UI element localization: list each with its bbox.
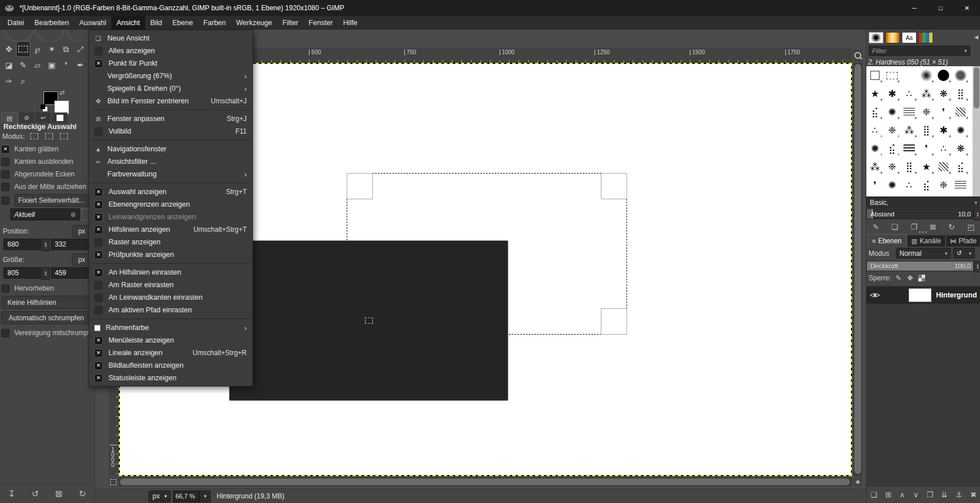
- zoom-select-button[interactable]: ▾: [199, 490, 211, 502]
- brush-cell-5[interactable]: +: [952, 66, 969, 84]
- raise-layer-button[interactable]: ∧: [899, 490, 905, 499]
- menu-item-bildlaufleisten-anzeigen[interactable]: ✕Bildlaufleisten anzeigen: [89, 359, 252, 372]
- brush-cell-13[interactable]: ✺+: [883, 103, 901, 121]
- merge-down-button[interactable]: ⇊: [941, 490, 947, 499]
- delete-layer-button[interactable]: ✖: [970, 490, 977, 499]
- menu-item-punkt-für-punkt[interactable]: ✕Punkt für Punkt: [89, 57, 252, 70]
- menu-item-raster-anzeigen[interactable]: Raster anzeigen: [89, 236, 252, 248]
- layer-mode-switch-button[interactable]: ↺ ▾: [953, 248, 975, 259]
- zoom-follow-window-button[interactable]: [853, 49, 862, 62]
- anchor-layer-button[interactable]: ⚓: [955, 490, 962, 499]
- brush-cell-31[interactable]: ❈+: [883, 158, 901, 176]
- menu-ansicht[interactable]: Ansicht: [111, 16, 145, 30]
- zoom-entry[interactable]: 66,7 %: [173, 490, 199, 502]
- duplicate-layer-button[interactable]: ❐: [926, 490, 933, 499]
- tab-images[interactable]: [52, 112, 67, 123]
- minimize-button[interactable]: ─: [901, 0, 927, 16]
- brush-cell-8[interactable]: ∴+: [901, 84, 918, 103]
- brush-cell-17[interactable]: +: [952, 103, 969, 121]
- menu-item-statusleiste-anzeigen[interactable]: ✕Statusleiste anzeigen: [89, 372, 252, 384]
- tab-fonts[interactable]: Aa: [902, 32, 917, 43]
- clone-tool[interactable]: ▣: [45, 57, 59, 73]
- visibility-eye-icon[interactable]: [870, 292, 880, 299]
- default-colors-icon[interactable]: [41, 104, 45, 109]
- layer-thumbnail[interactable]: [909, 288, 931, 302]
- position-y-input[interactable]: 332: [51, 239, 91, 250]
- opacity-spinner[interactable]: ▲▼: [974, 261, 980, 272]
- menu-item-ansichtsfilter[interactable]: ∞Ansichtsfilter ...: [89, 155, 252, 168]
- tab-brushes[interactable]: [869, 32, 883, 43]
- menu-item-alles-anzeigen[interactable]: Alles anzeigen: [89, 45, 252, 57]
- menu-item-ebenengrenzen-anzeigen[interactable]: ✕Ebenengrenzen anzeigen: [89, 198, 252, 211]
- menu-ebene[interactable]: Ebene: [167, 16, 198, 30]
- brush-cell-41[interactable]: [952, 176, 969, 194]
- move-tool[interactable]: ✥: [2, 41, 16, 57]
- lock-position-icon[interactable]: ✥: [907, 274, 913, 282]
- color-picker-tool[interactable]: ✑: [2, 73, 16, 89]
- menu-item-auswahl-anzeigen[interactable]: ✕Auswahl anzeigenStrg+T: [89, 186, 252, 198]
- brush-cell-15[interactable]: ❈+: [918, 103, 935, 121]
- brush-cell-14[interactable]: +: [901, 103, 918, 121]
- tab-gradients[interactable]: [885, 32, 900, 43]
- brush-filter-input[interactable]: Filter ▾: [869, 46, 970, 56]
- brush-cell-16[interactable]: ❜+: [935, 103, 952, 121]
- fixed-checkbox[interactable]: [1, 196, 10, 205]
- option-kanten-ausblenden[interactable]: Kanten ausblenden: [0, 155, 93, 168]
- brush-set-dropdown[interactable]: Basic, ▾: [866, 197, 980, 208]
- brush-cell-18[interactable]: ∴+: [866, 121, 883, 139]
- menu-farben[interactable]: Farben: [198, 16, 231, 30]
- menu-item-navigationsfenster[interactable]: ▲Navigationsfenster: [89, 143, 252, 155]
- eraser-tool[interactable]: ▱: [30, 57, 45, 73]
- menu-item-lineale-anzeigen[interactable]: ✕Lineale anzeigenUmschalt+Strg+R: [89, 347, 252, 359]
- size-width-spinner[interactable]: ▲▼: [42, 267, 50, 280]
- spacing-spinner[interactable]: ▲▼: [974, 208, 980, 220]
- brush-cell-22[interactable]: ✱+: [935, 121, 952, 139]
- mode-add-button[interactable]: [28, 131, 41, 141]
- tab-kanäle[interactable]: ▥Kanäle: [907, 235, 945, 247]
- brush-cell-23[interactable]: ✺+: [952, 121, 969, 139]
- horizontal-scrollbar[interactable]: [119, 477, 852, 486]
- menu-item-neue-ansicht[interactable]: ❏Neue Ansicht: [89, 32, 252, 45]
- fixed-aspect-button[interactable]: Fixiert Seitenverhält...: [14, 194, 90, 207]
- brush-cell-30[interactable]: ⁂+: [866, 158, 883, 176]
- brush-cell-26[interactable]: +: [901, 139, 918, 158]
- menu-item-farbverwaltung[interactable]: Farbverwaltung›: [89, 168, 252, 180]
- fuzzy-select-tool[interactable]: ✶: [45, 41, 59, 57]
- menu-filter[interactable]: Filter: [278, 16, 304, 30]
- layer-row[interactable]: Hintergrund: [866, 287, 980, 304]
- auto-shrink-button[interactable]: Automatisch schrumpfen: [1, 311, 91, 324]
- brush-cell-37[interactable]: ✺: [883, 176, 901, 194]
- brush-cell-40[interactable]: ❈: [935, 176, 952, 194]
- menu-item-hilfslinien-anzeigen[interactable]: ✕Hilfslinien anzeigenUmschalt+Strg+T: [89, 223, 252, 236]
- opacity-slider[interactable]: Deckkraft 100,0: [866, 261, 974, 271]
- brush-cell-9[interactable]: ⁂+: [918, 84, 935, 103]
- menu-auswahl[interactable]: Auswahl: [74, 16, 111, 30]
- menu-bearbeiten[interactable]: Bearbeiten: [29, 16, 74, 30]
- mode-subtract-button[interactable]: [43, 131, 55, 141]
- brush-cell-20[interactable]: ⁂+: [901, 121, 918, 139]
- lock-alpha-icon[interactable]: [918, 275, 925, 281]
- size-width-input[interactable]: 805: [3, 267, 41, 279]
- menu-item-menüleiste-anzeigen[interactable]: ✕Menüleiste anzeigen: [89, 334, 252, 347]
- brush-cell-27[interactable]: ❜+: [918, 139, 935, 158]
- brush-cell-36[interactable]: ❜: [866, 176, 883, 194]
- brush-cell-28[interactable]: ∴+: [935, 139, 952, 158]
- brush-cell-39[interactable]: ⣮: [918, 176, 935, 194]
- zoom-tool[interactable]: ⌕: [16, 73, 30, 89]
- menu-item-fenster-anpassen[interactable]: ⊞Fenster anpassenStrg+J: [89, 112, 252, 125]
- unified-transform-tool[interactable]: ⤢: [73, 41, 87, 57]
- menu-bild[interactable]: Bild: [145, 16, 167, 30]
- tab-device-status[interactable]: ⊘: [19, 112, 34, 123]
- lower-layer-button[interactable]: ∨: [913, 490, 919, 499]
- navigation-button[interactable]: ✥: [853, 477, 862, 486]
- vertical-scrollbar[interactable]: [853, 63, 862, 476]
- aspect-ratio-input[interactable]: Aktuell ⊗: [10, 208, 80, 220]
- brush-grid-scrollbar[interactable]: [973, 66, 980, 196]
- menu-item-vollbild[interactable]: VollbildF11: [89, 125, 252, 138]
- brush-cell-1[interactable]: +: [883, 66, 901, 84]
- menu-item-rahmenfarbe[interactable]: Rahmenfarbe›: [89, 321, 252, 334]
- brush-cell-6[interactable]: ★+: [866, 84, 883, 103]
- clear-icon[interactable]: ⊗: [70, 211, 76, 219]
- mode-replace-button[interactable]: [229, 240, 508, 401]
- selection-handle-top-left[interactable]: [347, 173, 373, 199]
